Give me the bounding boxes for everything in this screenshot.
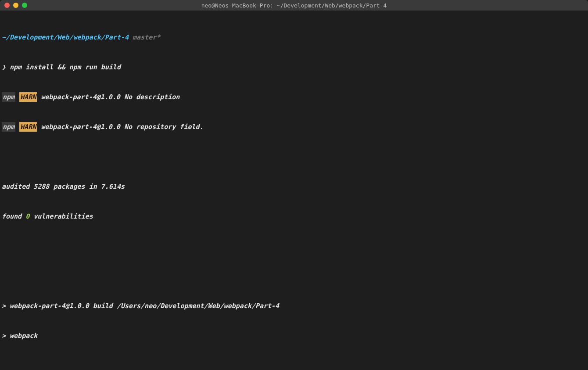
titlebar: neo@Neos-MacBook-Pro: ~/Development/Web/… (0, 0, 588, 11)
zoom-icon[interactable] (22, 3, 27, 8)
vuln-count: 0 (25, 212, 29, 220)
command: npm install && npm run build (10, 63, 121, 71)
git-branch: master* (133, 33, 160, 41)
window-title: neo@Neos-MacBook-Pro: ~/Development/Web/… (0, 2, 588, 9)
warn-badge: WARN (19, 92, 37, 102)
found-pre: found (2, 212, 25, 220)
cwd: ~/Development/Web/webpack/Part-4 (2, 33, 129, 41)
warn-text: webpack-part-4@1.0.0 No description (37, 93, 179, 101)
vuln-line: found 0 vulnerabilities (2, 209, 586, 224)
audit-line: audited 5288 packages in 7.614s (2, 179, 586, 194)
npm-badge: npm (2, 122, 15, 132)
prompt-line: ~/Development/Web/webpack/Part-4 master* (2, 30, 586, 45)
close-icon[interactable] (4, 3, 10, 8)
blank (2, 239, 586, 254)
npm-warn-2: npm WARN webpack-part-4@1.0.0 No reposit… (2, 119, 586, 134)
minimize-icon[interactable] (13, 3, 18, 8)
blank (2, 149, 586, 164)
terminal-output[interactable]: ~/Development/Web/webpack/Part-4 master*… (0, 11, 588, 370)
warn-badge: WARN (19, 122, 37, 132)
prompt-symbol: ❯ (2, 63, 6, 71)
window-controls (0, 3, 27, 8)
command-line: ❯ npm install && npm run build (2, 60, 586, 75)
run-line-2: > webpack (2, 328, 586, 343)
npm-badge: npm (2, 92, 15, 102)
blank (2, 358, 586, 370)
run-line-1: > webpack-part-4@1.0.0 build /Users/neo/… (2, 298, 586, 313)
blank (2, 269, 586, 284)
npm-warn-1: npm WARN webpack-part-4@1.0.0 No descrip… (2, 90, 586, 104)
warn-text: webpack-part-4@1.0.0 No repository field… (37, 123, 203, 131)
found-post: vulnerabilities (29, 212, 93, 220)
